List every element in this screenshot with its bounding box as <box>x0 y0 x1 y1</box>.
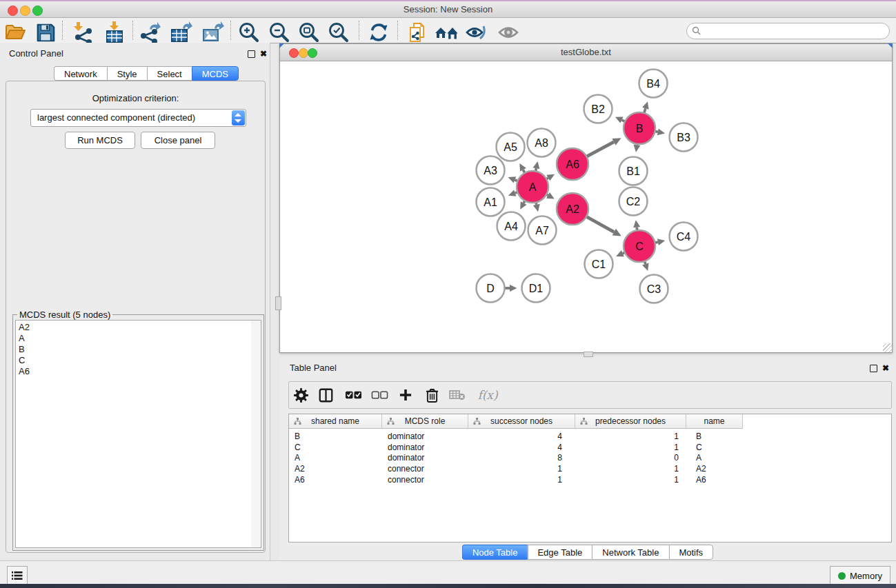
table-cell[interactable]: connector <box>382 464 468 475</box>
export-table-button[interactable] <box>168 21 193 44</box>
zoom-selected-button[interactable] <box>326 21 351 44</box>
table-cell[interactable]: B <box>686 432 742 443</box>
column-header-predecessor-nodes[interactable]: predecessor nodes <box>575 414 686 429</box>
list-item[interactable]: C <box>19 355 251 366</box>
table-cell[interactable]: A6 <box>686 475 742 486</box>
table-cell[interactable]: B <box>289 432 381 443</box>
tab-motifs[interactable]: Motifs <box>668 545 713 560</box>
list-item[interactable]: B <box>19 344 251 355</box>
table-cell[interactable]: 1 <box>575 443 686 454</box>
export-network-button[interactable] <box>137 21 161 44</box>
close-traffic-light[interactable] <box>8 6 18 16</box>
zoom-in-button[interactable] <box>237 21 261 44</box>
zoom-out-button[interactable] <box>267 21 292 44</box>
add-column-button[interactable] <box>395 384 417 406</box>
function-builder-button[interactable]: f(x) <box>472 384 503 406</box>
main-titlebar[interactable]: Session: New Session <box>0 1 896 18</box>
optimization-criterion-label: Optimization criterion: <box>6 93 265 103</box>
column-header-shared-name[interactable]: shared name <box>289 414 382 429</box>
import-network-button[interactable] <box>71 21 96 44</box>
minimize-traffic-light[interactable] <box>299 48 308 58</box>
float-table-panel-button[interactable] <box>870 365 877 372</box>
tab-mcds[interactable]: MCDS <box>192 66 239 81</box>
minimize-traffic-light[interactable] <box>20 6 30 16</box>
run-mcds-button[interactable]: Run MCDS <box>65 132 135 149</box>
import-table-button[interactable] <box>102 21 127 44</box>
zoom-fit-button[interactable] <box>297 21 321 44</box>
delete-table-button[interactable] <box>446 384 468 406</box>
delete-column-button[interactable] <box>421 384 443 406</box>
table-cell[interactable]: dominator <box>382 453 468 464</box>
table-cell[interactable]: C <box>686 443 742 454</box>
select-all-button[interactable] <box>342 384 364 406</box>
deselect-all-button[interactable] <box>368 384 390 406</box>
resize-grip-icon[interactable] <box>883 343 892 352</box>
table-cell[interactable]: 1 <box>575 475 686 486</box>
control-panel-tabs: Network Style Select MCDS <box>54 66 239 81</box>
trash-icon <box>426 388 439 403</box>
checked-boxes-icon <box>345 389 362 401</box>
list-item[interactable]: A6 <box>19 366 251 377</box>
close-table-panel-button[interactable]: ✖ <box>882 363 889 373</box>
table-cell[interactable]: 1 <box>468 464 575 475</box>
table-cell[interactable]: 1 <box>468 475 575 486</box>
graph-edge-arrowhead <box>533 204 540 212</box>
table-cell[interactable]: 4 <box>468 443 575 454</box>
table-cell[interactable]: connector <box>382 475 468 486</box>
open-file-button[interactable] <box>3 21 28 44</box>
table-settings-button[interactable] <box>290 384 312 406</box>
tab-select[interactable]: Select <box>147 66 192 81</box>
table-cell[interactable]: C <box>289 443 381 454</box>
tab-network[interactable]: Network <box>54 66 107 81</box>
close-traffic-light[interactable] <box>289 48 299 58</box>
save-session-button[interactable] <box>33 21 58 44</box>
task-history-button[interactable] <box>7 566 28 585</box>
optimization-criterion-dropdown[interactable]: largest connected component (directed) <box>30 109 246 127</box>
mcds-result-list[interactable]: A2 A B C A6 <box>15 320 252 548</box>
table-cell[interactable]: A2 <box>289 464 381 475</box>
export-image-button[interactable] <box>200 21 225 44</box>
status-bar: Memory <box>0 560 896 585</box>
vertical-scrollbar[interactable] <box>275 296 281 310</box>
table-cell[interactable]: 1 <box>575 432 686 443</box>
duplicate-network-button[interactable] <box>406 21 430 44</box>
network-graph[interactable]: B4B2BB3A5A8A6A3B1AA1C2A2A4A7C4CC1C3DD1 <box>280 61 890 352</box>
zoom-traffic-light[interactable] <box>308 48 317 58</box>
tab-node-table[interactable]: Node Table <box>462 545 528 560</box>
horizontal-scrollbar[interactable] <box>584 352 593 357</box>
table-cell[interactable]: 8 <box>468 453 575 464</box>
list-item[interactable]: A2 <box>19 322 251 333</box>
network-window-titlebar[interactable]: testGlobe.txt <box>280 44 892 61</box>
search-input[interactable] <box>686 23 890 39</box>
table-cell[interactable]: A <box>289 453 381 464</box>
table-cell[interactable]: A2 <box>686 464 742 475</box>
column-header-name[interactable]: name <box>686 414 743 429</box>
zoom-traffic-light[interactable] <box>32 6 43 16</box>
column-header-successor-nodes[interactable]: successor nodes <box>468 414 575 429</box>
tab-edge-table[interactable]: Edge Table <box>527 545 592 560</box>
show-all-button[interactable] <box>435 21 459 44</box>
close-panel-button-mcds[interactable]: Close panel <box>141 132 215 149</box>
column-header-MCDS-role[interactable]: MCDS role <box>382 414 468 429</box>
result-scrollbar[interactable] <box>251 320 261 548</box>
list-item[interactable]: A <box>19 333 251 344</box>
tab-style[interactable]: Style <box>107 66 147 81</box>
table-cell[interactable]: 4 <box>468 432 575 443</box>
show-selected-button[interactable] <box>496 21 521 44</box>
table-cell[interactable]: 0 <box>575 453 686 464</box>
hide-selected-button[interactable] <box>464 21 489 44</box>
close-panel-button[interactable]: ✖ <box>260 49 267 59</box>
table-cell[interactable]: dominator <box>382 443 468 454</box>
table-cell[interactable]: A6 <box>289 475 381 486</box>
float-panel-button[interactable] <box>248 50 255 58</box>
node-table[interactable]: shared nameMCDS rolesuccessor nodesprede… <box>288 414 892 543</box>
memory-button[interactable]: Memory <box>830 566 890 585</box>
refresh-button[interactable] <box>366 21 391 44</box>
tab-network-table[interactable]: Network Table <box>592 545 668 560</box>
table-cell[interactable]: A <box>686 453 742 464</box>
table-cell[interactable]: 1 <box>575 464 686 475</box>
table-cell[interactable]: dominator <box>382 432 468 443</box>
graph-node-label: B1 <box>626 165 640 177</box>
column-selector-button[interactable] <box>315 384 337 406</box>
network-window-title: testGlobe.txt <box>280 44 892 61</box>
